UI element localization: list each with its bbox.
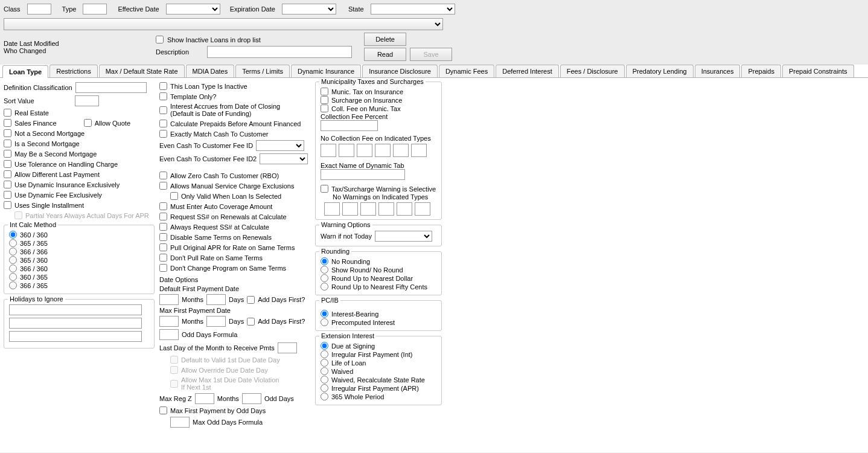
- max-first-by-odd-checkbox[interactable]: [159, 406, 167, 414]
- use-tolerance-checkbox[interactable]: [4, 160, 11, 168]
- int-calc-360-365-radio[interactable]: [9, 273, 17, 281]
- tab-max-default-state-rate[interactable]: Max / Default State Rate: [99, 65, 185, 77]
- interest-accrues-checkbox[interactable]: [159, 106, 167, 114]
- no-warn-type-6[interactable]: [415, 202, 430, 216]
- tab-dynamic-fees[interactable]: Dynamic Fees: [439, 65, 494, 77]
- allow-diff-last-checkbox[interactable]: [4, 170, 11, 178]
- def-add-days-checkbox[interactable]: [247, 296, 255, 304]
- def-first-months-input[interactable]: [159, 294, 179, 305]
- inactive-checkbox[interactable]: [159, 82, 167, 90]
- ext-irreg-apr-radio[interactable]: [321, 384, 328, 392]
- max-reg-z-odd-input[interactable]: [242, 393, 261, 404]
- tab-predatory-lending[interactable]: Predatory Lending: [626, 65, 694, 77]
- ext-life-radio[interactable]: [321, 359, 328, 367]
- use-dyn-ins-checkbox[interactable]: [4, 181, 11, 188]
- even-cash-id2-select[interactable]: [260, 153, 308, 164]
- ext-waived-radio[interactable]: [321, 367, 328, 375]
- max-reg-z-months-input[interactable]: [195, 393, 214, 404]
- int-calc-366-366-radio[interactable]: [9, 248, 17, 255]
- only-valid-checkbox[interactable]: [170, 192, 178, 200]
- tab-dynamic-insurance[interactable]: Dynamic Insurance: [291, 65, 361, 77]
- save-button[interactable]: Save: [410, 48, 452, 61]
- tab-deferred-interest[interactable]: Deferred Interest: [496, 65, 559, 77]
- must-enter-checkbox[interactable]: [159, 202, 167, 210]
- always-request-ss-checkbox[interactable]: [159, 223, 167, 231]
- surcharge-checkbox[interactable]: [321, 96, 328, 104]
- no-rounding-radio[interactable]: [321, 257, 328, 265]
- coll-fee-pct-input[interactable]: [321, 120, 378, 131]
- holiday-input-1[interactable]: [9, 304, 142, 315]
- exact-match-checkbox[interactable]: [159, 130, 167, 138]
- tab-insurance-disclosure[interactable]: Insurance Disclosure: [362, 65, 438, 77]
- ext-waived-recalc-radio[interactable]: [321, 376, 328, 384]
- no-warn-type-3[interactable]: [360, 202, 376, 216]
- class-input[interactable]: [27, 4, 51, 14]
- tab-prepaid-constraints[interactable]: Prepaid Constraints: [782, 65, 854, 77]
- delete-button[interactable]: Delete: [364, 33, 406, 46]
- may-be-second-checkbox[interactable]: [4, 150, 11, 158]
- ext-due-signing-radio[interactable]: [321, 342, 328, 350]
- tab-mdia-dates[interactable]: MDIA Dates: [186, 65, 235, 77]
- show-round-radio[interactable]: [321, 266, 328, 274]
- max-first-months-input[interactable]: [159, 316, 179, 327]
- odd-days-formula-input[interactable]: [159, 329, 179, 340]
- def-first-days-input[interactable]: [206, 294, 226, 305]
- int-calc-365-365-radio[interactable]: [9, 239, 17, 247]
- no-coll-type-2[interactable]: [339, 144, 354, 157]
- not-second-checkbox[interactable]: [4, 129, 11, 137]
- even-cash-id-select[interactable]: [256, 140, 304, 151]
- no-coll-type-6[interactable]: [411, 144, 427, 157]
- sort-value-input[interactable]: [75, 95, 99, 106]
- round-dollar-radio[interactable]: [321, 274, 328, 282]
- last-day-input[interactable]: [278, 342, 297, 353]
- ext-irreg-int-radio[interactable]: [321, 350, 328, 358]
- tab-terms-limits[interactable]: Terms / Limits: [235, 65, 290, 77]
- exact-name-input[interactable]: [321, 169, 405, 180]
- uses-single-checkbox[interactable]: [4, 201, 11, 209]
- no-warn-type-2[interactable]: [342, 202, 358, 216]
- int-calc-366-360-radio[interactable]: [9, 265, 17, 272]
- request-ss-renew-checkbox[interactable]: [159, 213, 167, 220]
- type-input[interactable]: [83, 4, 107, 14]
- tab-loan-type[interactable]: Loan Type: [2, 65, 48, 78]
- pull-original-checkbox[interactable]: [159, 243, 167, 251]
- precomputed-radio[interactable]: [321, 318, 328, 326]
- is-second-checkbox[interactable]: [4, 140, 11, 147]
- dont-pull-checkbox[interactable]: [159, 254, 167, 262]
- max-first-days-input[interactable]: [206, 316, 226, 327]
- template-only-checkbox[interactable]: [159, 92, 167, 100]
- eff-date-select[interactable]: [166, 4, 220, 14]
- definition-classification-input[interactable]: [75, 82, 147, 93]
- allows-manual-checkbox[interactable]: [159, 182, 167, 190]
- warn-if-not-select[interactable]: [375, 231, 432, 242]
- tab-insurances[interactable]: Insurances: [695, 65, 741, 77]
- use-dyn-fee-checkbox[interactable]: [4, 191, 11, 199]
- dont-change-checkbox[interactable]: [159, 264, 167, 272]
- no-coll-type-1[interactable]: [321, 144, 336, 157]
- read-button[interactable]: Read: [364, 48, 406, 61]
- no-warn-type-1[interactable]: [324, 202, 340, 216]
- calc-prepaids-checkbox[interactable]: [159, 120, 167, 127]
- allow-quote-checkbox[interactable]: [84, 119, 92, 127]
- no-warn-type-5[interactable]: [397, 202, 412, 216]
- tab-restrictions[interactable]: Restrictions: [49, 65, 97, 77]
- sales-finance-checkbox[interactable]: [4, 119, 11, 127]
- real-estate-checkbox[interactable]: [4, 109, 11, 117]
- holiday-input-2[interactable]: [9, 318, 142, 329]
- max-add-days-checkbox[interactable]: [247, 318, 255, 326]
- tax-warn-checkbox[interactable]: [321, 185, 328, 193]
- tab-fees-disclosure[interactable]: Fees / Disclosure: [560, 65, 625, 77]
- no-warn-type-4[interactable]: [378, 202, 394, 216]
- allow-zero-checkbox[interactable]: [159, 172, 167, 179]
- disable-same-checkbox[interactable]: [159, 233, 167, 241]
- description-input[interactable]: [207, 46, 352, 58]
- int-calc-365-360-radio[interactable]: [9, 256, 17, 264]
- exp-date-select[interactable]: [282, 4, 336, 14]
- coll-fee-checkbox[interactable]: [321, 104, 328, 112]
- loan-select[interactable]: [4, 18, 443, 30]
- int-calc-366-365-radio[interactable]: [9, 281, 17, 289]
- no-coll-type-4[interactable]: [375, 144, 391, 157]
- round-fifty-radio[interactable]: [321, 283, 328, 291]
- max-odd-formula-input[interactable]: [170, 417, 190, 428]
- int-calc-360-360-radio[interactable]: [9, 231, 17, 239]
